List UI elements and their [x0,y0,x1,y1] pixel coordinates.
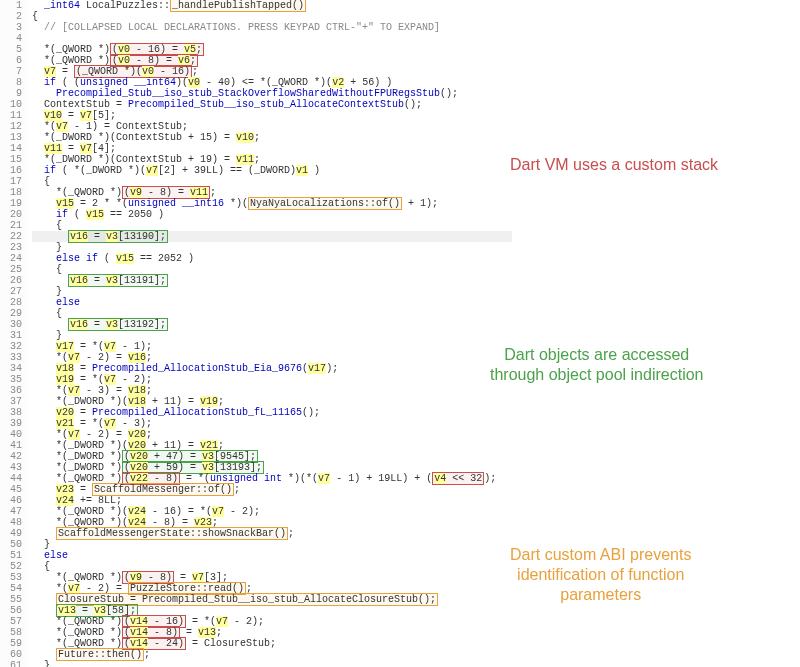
line-number: 18 [0,187,22,198]
line-number: 5 [0,44,22,55]
line-number: 4 [0,33,22,44]
line-number: 15 [0,154,22,165]
line-number: 14 [0,143,22,154]
code-line: if ( (unsigned __int64)(v0 - 40) <= *(_Q… [32,77,800,88]
code-line: v23 = ScaffoldMessenger::of(); [32,484,800,495]
line-number: 46 [0,495,22,506]
line-number: 29 [0,308,22,319]
line-number: 35 [0,374,22,385]
code-line: *(_DWORD *)(v18 + 11) = v19; [32,396,800,407]
line-number: 51 [0,550,22,561]
code-line: Precompiled_Stub__iso_stub_StackOverflow… [32,88,800,99]
line-number: 13 [0,132,22,143]
line-number: 24 [0,253,22,264]
line-number: 22 [0,231,22,242]
line-number: 21 [0,220,22,231]
object-pool-access: v16 = v3[13190]; [68,230,168,243]
code-line: { [32,11,800,22]
line-number: 10 [0,99,22,110]
line-number-gutter: 1234567891011121314151617181920212223242… [0,0,28,667]
line-number: 3 [0,22,22,33]
line-number: 34 [0,363,22,374]
code-line: *(v7 - 2) = v20; [32,429,800,440]
code-line: ContextStub = Precompiled_Stub__iso_stub… [32,99,800,110]
line-number: 57 [0,616,22,627]
line-number: 37 [0,396,22,407]
line-number: 36 [0,385,22,396]
line-number: 32 [0,341,22,352]
line-number: 20 [0,209,22,220]
code-line: } [32,330,800,341]
line-number: 11 [0,110,22,121]
line-number: 59 [0,638,22,649]
line-number: 28 [0,297,22,308]
line-number: 38 [0,407,22,418]
line-number: 6 [0,55,22,66]
code-line: v24 += 8LL; [32,495,800,506]
line-number: 39 [0,418,22,429]
code-line: Future::then(); [32,649,800,660]
code-line: v21 = *(v7 - 3); [32,418,800,429]
code-line: v15 = 2 * *(unsigned __int16 *)(NyaNyaLo… [32,198,800,209]
line-number: 1 [0,0,22,11]
annotation-green: Dart objects are accessed through object… [490,345,703,385]
line-number: 23 [0,242,22,253]
line-number: 49 [0,528,22,539]
line-number: 31 [0,330,22,341]
line-number: 2 [0,11,22,22]
line-number: 53 [0,572,22,583]
line-number: 9 [0,88,22,99]
line-number: 30 [0,319,22,330]
line-number: 16 [0,165,22,176]
line-number: 58 [0,627,22,638]
code-line: v11 = v7[4]; [32,143,800,154]
code-line: // [COLLAPSED LOCAL DECLARATIONS. PRESS … [32,22,800,33]
reg-shift: v4 << 32 [432,472,484,485]
code-line: *(v7 - 3) = v18; [32,385,800,396]
object-pool-access: v16 = v3[13191]; [68,274,168,287]
code-line: *(_DWORD *)(ContextStub + 15) = v10; [32,132,800,143]
line-number: 41 [0,440,22,451]
fn-handlePublishTapped: _handlePublishTapped() [170,0,306,12]
line-number: 43 [0,462,22,473]
code-line: if ( v15 == 2050 ) [32,209,800,220]
code-line: v16 = v3[13190]; [32,231,800,242]
code-line: *(_QWORD *)(v9 - 8) = v11; [32,187,800,198]
line-number: 47 [0,506,22,517]
code-line: *(_QWORD *)(v14 - 24) = ClosureStub; [32,638,800,649]
code-line: v16 = v3[13191]; [32,275,800,286]
code-line: v10 = v7[5]; [32,110,800,121]
line-number: 61 [0,660,22,667]
code-line: else if ( v15 == 2052 ) [32,253,800,264]
line-number: 60 [0,649,22,660]
object-pool-access: v16 = v3[13192]; [68,318,168,331]
line-number: 25 [0,264,22,275]
code-line: v20 = Precompiled_AllocationStub_fL_1116… [32,407,800,418]
line-number: 50 [0,539,22,550]
code-line: *(_QWORD *)(v24 - 16) = *(v7 - 2); [32,506,800,517]
code-line: _int64 LocalPuzzles::_handlePublishTappe… [32,0,800,11]
line-number: 19 [0,198,22,209]
annotation-red: Dart VM uses a custom stack [510,155,718,175]
line-number: 54 [0,583,22,594]
line-number: 27 [0,286,22,297]
line-number: 42 [0,451,22,462]
line-number: 33 [0,352,22,363]
code-line: *(v7 - 1) = ContextStub; [32,121,800,132]
line-number: 26 [0,275,22,286]
line-number: 56 [0,605,22,616]
code-line: } [32,286,800,297]
line-number: 8 [0,77,22,88]
code-line: v16 = v3[13192]; [32,319,800,330]
line-number: 12 [0,121,22,132]
annotation-orange: Dart custom ABI prevents identification … [510,545,691,605]
code-line: ScaffoldMessengerState::showSnackBar(); [32,528,800,539]
line-number: 45 [0,484,22,495]
line-number: 7 [0,66,22,77]
line-number: 52 [0,561,22,572]
line-number: 48 [0,517,22,528]
line-number: 44 [0,473,22,484]
fn-showSnackBar: ScaffoldMessengerState::showSnackBar() [56,527,288,540]
fn-Future-then: Future::then() [56,648,144,661]
code-line: } [32,660,800,667]
